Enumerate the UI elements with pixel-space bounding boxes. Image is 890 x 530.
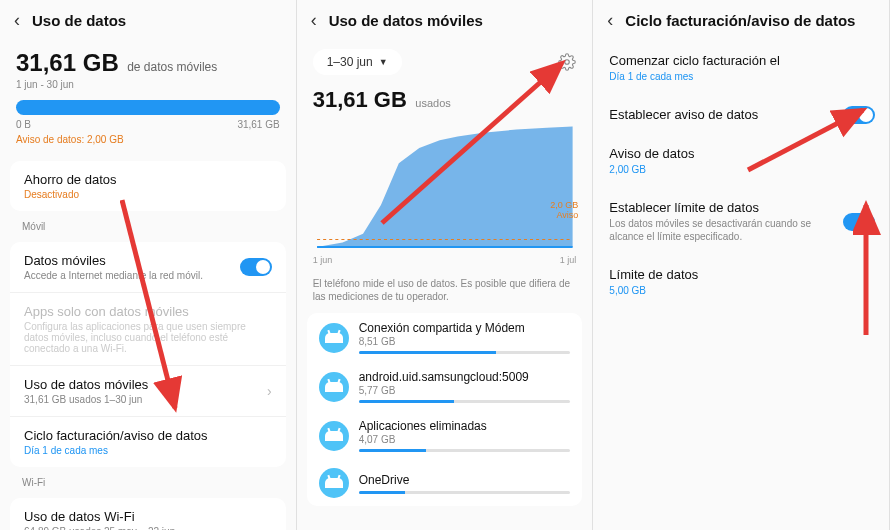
row-sub: Los datos móviles se desactivarán cuando…	[609, 217, 873, 243]
back-icon[interactable]: ‹	[607, 10, 613, 31]
app-row[interactable]: Conexión compartida y Módem 8,51 GB	[307, 313, 583, 362]
screen-data-usage: ‹ Uso de datos 31,61 GB de datos móviles…	[0, 0, 297, 530]
row-title: Establecer límite de datos	[609, 200, 873, 215]
app-name: Aplicaciones eliminadas	[359, 419, 571, 433]
row-title: Uso de datos Wi-Fi	[24, 509, 272, 524]
data-warning-toggle[interactable]	[843, 106, 875, 124]
android-icon	[319, 421, 349, 451]
row-title: Límite de datos	[609, 267, 873, 282]
row-wifi-usage[interactable]: Uso de datos Wi-Fi 64,89 GB usados 25 ma…	[10, 498, 286, 530]
screen-billing-cycle: ‹ Ciclo facturación/aviso de datos Comen…	[593, 0, 890, 530]
app-size: 8,51 GB	[359, 336, 571, 347]
app-progress-bar	[359, 351, 571, 354]
row-mobile-data[interactable]: Datos móviles Accede a Internet mediante…	[10, 242, 286, 293]
row-title: Uso de datos móviles	[24, 377, 272, 392]
chart-x-end: 1 jul	[560, 255, 577, 265]
app-row[interactable]: OneDrive	[307, 460, 583, 506]
row-title: Ciclo facturación/aviso de datos	[24, 428, 272, 443]
android-icon	[319, 468, 349, 498]
row-title: Apps solo con datos móviles	[24, 304, 272, 319]
app-progress-bar	[359, 491, 571, 494]
total-amount: 31,61 GB	[313, 87, 407, 112]
row-limit-value[interactable]: Límite de datos 5,00 GB	[593, 255, 889, 309]
android-icon	[319, 372, 349, 402]
row-title: Comenzar ciclo facturación el	[609, 53, 873, 68]
row-apps-mobile-only: Apps solo con datos móviles Configura la…	[10, 293, 286, 366]
app-name: OneDrive	[359, 473, 571, 487]
row-sub: Día 1 de cada mes	[609, 70, 873, 83]
measurement-note: El teléfono mide el uso de datos. Es pos…	[297, 271, 593, 313]
usage-progress-bar	[16, 100, 280, 115]
row-mobile-usage[interactable]: Uso de datos móviles 31,61 GB usados 1–3…	[10, 366, 286, 417]
row-title: Establecer aviso de datos	[609, 107, 873, 122]
page-title: Uso de datos móviles	[329, 12, 483, 29]
page-title: Uso de datos	[32, 12, 126, 29]
caret-down-icon: ▼	[379, 57, 388, 67]
bar-end-label: 31,61 GB	[237, 119, 279, 130]
row-sub: 5,00 GB	[609, 284, 873, 297]
data-warning-label: Aviso de datos: 2,00 GB	[16, 134, 280, 145]
row-sub: 31,61 GB usados 1–30 jun	[24, 394, 272, 405]
total-amount: 31,61 GB	[16, 49, 119, 76]
date-range-label: 1 jun - 30 jun	[16, 79, 280, 90]
back-icon[interactable]: ‹	[311, 10, 317, 31]
page-title: Ciclo facturación/aviso de datos	[625, 12, 855, 29]
header: ‹ Uso de datos móviles	[297, 0, 593, 41]
row-sub: Desactivado	[24, 189, 272, 200]
header: ‹ Ciclo facturación/aviso de datos	[593, 0, 889, 41]
data-limit-toggle[interactable]	[843, 213, 875, 231]
chart-warning-label: Aviso	[550, 211, 578, 221]
row-set-warning[interactable]: Establecer aviso de datos	[593, 95, 889, 134]
section-label-mobile: Móvil	[0, 217, 296, 236]
total-amount-label: de datos móviles	[127, 60, 217, 74]
row-billing-start[interactable]: Comenzar ciclo facturación el Día 1 de c…	[593, 41, 889, 95]
row-set-limit[interactable]: Establecer límite de datos Los datos móv…	[593, 188, 889, 255]
app-progress-bar	[359, 400, 571, 403]
app-size: 4,07 GB	[359, 434, 571, 445]
app-name: Conexión compartida y Módem	[359, 321, 571, 335]
app-row[interactable]: android.uid.samsungcloud:5009 5,77 GB	[307, 362, 583, 411]
usage-summary: 31,61 GB de datos móviles 1 jun - 30 jun…	[0, 41, 296, 155]
section-label-wifi: Wi-Fi	[0, 473, 296, 492]
mobile-data-toggle[interactable]	[240, 258, 272, 276]
row-sub: Configura las aplicaciones para que usen…	[24, 321, 272, 354]
bar-start-label: 0 B	[16, 119, 31, 130]
row-title: Datos móviles	[24, 253, 272, 268]
back-icon[interactable]: ‹	[14, 10, 20, 31]
chevron-right-icon: ›	[267, 383, 272, 399]
date-range-value: 1–30 jun	[327, 55, 373, 69]
usage-chart: 2,0 GB Aviso	[313, 121, 577, 251]
chart-x-start: 1 jun	[313, 255, 333, 265]
row-sub: Accede a Internet mediante la red móvil.	[24, 270, 272, 281]
app-row[interactable]: Aplicaciones eliminadas 4,07 GB	[307, 411, 583, 460]
header: ‹ Uso de datos	[0, 0, 296, 41]
row-sub: Día 1 de cada mes	[24, 445, 272, 456]
app-name: android.uid.samsungcloud:5009	[359, 370, 571, 384]
gear-icon[interactable]	[558, 53, 576, 71]
date-range-dropdown[interactable]: 1–30 jun ▼	[313, 49, 402, 75]
row-title: Ahorro de datos	[24, 172, 272, 187]
row-billing-cycle[interactable]: Ciclo facturación/aviso de datos Día 1 d…	[10, 417, 286, 467]
android-icon	[319, 323, 349, 353]
row-sub: 64,89 GB usados 25 may – 22 jun	[24, 526, 272, 530]
app-progress-bar	[359, 449, 571, 452]
total-amount-label: usados	[415, 97, 450, 109]
svg-point-2	[565, 60, 570, 65]
app-size: 5,77 GB	[359, 385, 571, 396]
app-usage-list: Conexión compartida y Módem 8,51 GB andr…	[307, 313, 583, 506]
row-sub: 2,00 GB	[609, 163, 873, 176]
row-title: Aviso de datos	[609, 146, 873, 161]
screen-mobile-data-usage: ‹ Uso de datos móviles 1–30 jun ▼ 31,61 …	[297, 0, 594, 530]
row-data-saver[interactable]: Ahorro de datos Desactivado	[10, 161, 286, 211]
row-warning-value[interactable]: Aviso de datos 2,00 GB	[593, 134, 889, 188]
